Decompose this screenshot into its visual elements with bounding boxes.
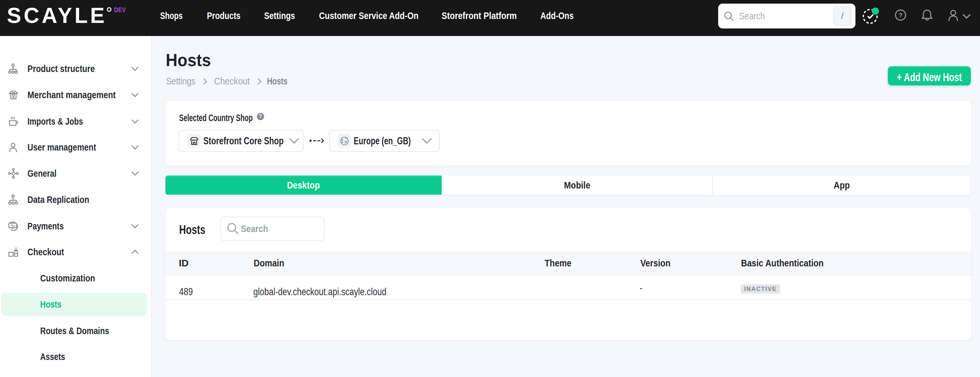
svg-text:?: ? — [899, 12, 902, 19]
